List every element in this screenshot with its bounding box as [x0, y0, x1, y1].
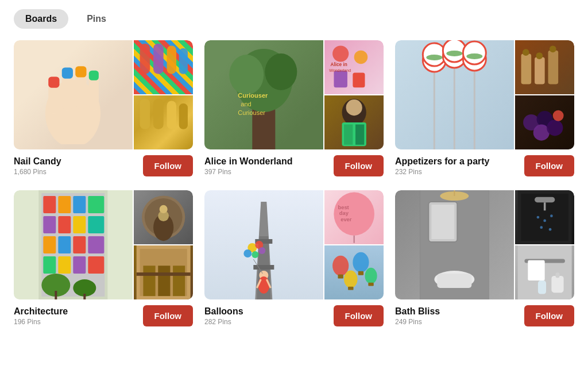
svg-rect-10 — [153, 44, 164, 74]
svg-text:day: day — [339, 210, 349, 216]
board-card-balloons: best day ever — [204, 190, 384, 329]
follow-button-alice[interactable]: Follow — [334, 155, 384, 176]
svg-rect-78 — [55, 291, 57, 299]
board-image-br-bath — [515, 245, 574, 299]
svg-rect-71 — [88, 236, 104, 253]
svg-rect-7 — [76, 66, 87, 77]
board-text-appetizers: Appetizers for a party 232 Pins — [395, 156, 489, 176]
svg-rect-90 — [136, 272, 190, 276]
board-text-architecture: Architecture 196 Pins — [14, 306, 68, 326]
board-image-tr-balloons: best day ever — [324, 190, 384, 244]
board-info-alice: Alice in Wonderland 397 Pins Follow — [204, 149, 384, 179]
svg-point-84 — [159, 205, 167, 213]
svg-rect-79 — [83, 294, 86, 299]
svg-text:and: and — [241, 101, 251, 107]
svg-text:ever: ever — [341, 216, 352, 222]
nail-hand-svg — [20, 46, 126, 144]
svg-point-51 — [536, 52, 543, 59]
board-card-architecture: Architecture 196 Pins Follow — [14, 190, 193, 329]
board-info-architecture: Architecture 196 Pins Follow — [14, 299, 193, 329]
svg-text:Curiouser: Curiouser — [238, 109, 265, 116]
berry-svg — [515, 95, 574, 149]
board-images-bath[interactable] — [395, 190, 574, 299]
svg-point-96 — [258, 276, 269, 294]
svg-rect-141 — [538, 280, 546, 294]
boards-grid: Nail Candy 1,680 Pins Follow Curiouser a… — [14, 40, 574, 329]
board-text-bath: Bath Bliss 249 Pins — [395, 306, 440, 326]
board-images-nail-candy[interactable] — [14, 40, 193, 149]
svg-text:Curiouser: Curiouser — [238, 92, 268, 99]
board-pins-balloons: 282 Pins — [204, 318, 243, 326]
svg-text:best: best — [338, 204, 349, 210]
svg-point-133 — [550, 214, 553, 217]
tab-pins[interactable]: Pins — [75, 9, 118, 29]
svg-rect-129 — [535, 197, 555, 202]
svg-rect-60 — [43, 196, 56, 213]
svg-point-20 — [265, 53, 297, 90]
svg-rect-89 — [173, 266, 185, 296]
board-images-alice[interactable]: Curiouser and Curiouser Alice in Wonderl… — [204, 40, 384, 149]
alice-tree-svg: Curiouser and Curiouser — [204, 40, 323, 149]
board-image-tr-bath — [515, 190, 574, 244]
board-images-architecture[interactable] — [14, 190, 193, 299]
board-card-alice: Curiouser and Curiouser Alice in Wonderl… — [204, 40, 384, 179]
follow-button-architecture[interactable]: Follow — [143, 305, 194, 326]
board-info-appetizers: Appetizers for a party 232 Pins Follow — [395, 149, 574, 179]
svg-point-43 — [463, 41, 486, 64]
svg-point-25 — [354, 51, 368, 64]
board-image-br-appetizers — [515, 95, 574, 149]
board-text-alice: Alice in Wonderland 397 Pins — [204, 156, 293, 176]
svg-rect-64 — [43, 216, 56, 233]
svg-rect-88 — [158, 266, 170, 296]
arch-corridor-svg — [134, 245, 193, 299]
board-image-main-alice: Curiouser and Curiouser — [204, 40, 323, 149]
svg-rect-94 — [253, 265, 274, 270]
svg-point-46 — [466, 53, 482, 59]
svg-rect-114 — [358, 271, 363, 275]
svg-rect-26 — [334, 71, 347, 87]
board-images-balloons[interactable]: best day ever — [204, 190, 384, 299]
pink-balloon-svg: best day ever — [324, 190, 384, 244]
board-pins-architecture: 196 Pins — [14, 318, 68, 326]
svg-point-135 — [548, 228, 551, 231]
svg-point-52 — [550, 45, 556, 52]
svg-rect-139 — [551, 276, 563, 293]
board-pins-bath: 249 Pins — [395, 318, 440, 326]
board-text-nail-candy: Nail Candy 1,680 Pins — [14, 156, 61, 176]
board-images-appetizers[interactable] — [395, 40, 574, 149]
board-pins-alice: 397 Pins — [204, 168, 293, 176]
svg-rect-47 — [521, 54, 531, 84]
tab-boards[interactable]: Boards — [14, 9, 68, 29]
follow-button-bath[interactable]: Follow — [524, 305, 575, 326]
svg-rect-140 — [555, 272, 559, 278]
hot-air-balloons-svg — [324, 245, 384, 299]
follow-button-appetizers[interactable]: Follow — [524, 155, 575, 176]
svg-point-117 — [365, 268, 377, 284]
board-title-architecture: Architecture — [14, 306, 68, 317]
svg-rect-34 — [355, 125, 364, 145]
svg-rect-118 — [368, 283, 373, 286]
follow-button-balloons[interactable]: Follow — [334, 305, 384, 326]
board-info-balloons: Balloons 282 Pins Follow — [204, 299, 384, 329]
svg-rect-66 — [73, 216, 86, 233]
svg-rect-112 — [338, 275, 343, 279]
board-image-br-balloons — [324, 245, 384, 299]
follow-button-nail-candy[interactable]: Follow — [143, 155, 194, 176]
appetizer-svg — [395, 40, 514, 149]
board-pins-nail-candy: 1,680 Pins — [14, 168, 61, 176]
svg-point-134 — [540, 226, 543, 229]
svg-text:Wonderland: Wonderland — [329, 68, 351, 72]
board-text-balloons: Balloons 282 Pins — [204, 306, 243, 326]
svg-rect-70 — [73, 236, 86, 253]
svg-rect-87 — [143, 266, 155, 296]
board-image-br-nail-candy — [134, 95, 193, 149]
svg-rect-5 — [49, 76, 60, 87]
board-title-appetizers: Appetizers for a party — [395, 156, 489, 167]
board-image-main-balloons — [204, 190, 323, 299]
board-title-balloons: Balloons — [204, 306, 243, 317]
svg-rect-8 — [89, 70, 99, 80]
svg-point-57 — [552, 110, 563, 121]
svg-point-113 — [353, 252, 369, 272]
svg-rect-14 — [153, 99, 164, 129]
alice-costume-svg — [324, 95, 384, 149]
